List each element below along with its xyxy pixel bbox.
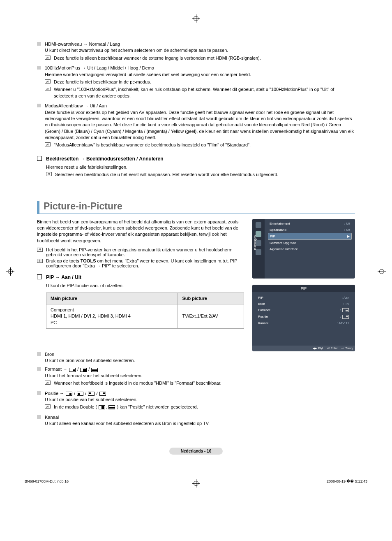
note-icon xyxy=(37,248,43,252)
note-icon xyxy=(45,404,51,409)
pos-br-icon xyxy=(66,392,72,396)
table-cell: TV/Ext.1/Ext.2/AV xyxy=(178,304,244,328)
item-motion: 100HzMotionPlus → Uit / Laag / Middel / … xyxy=(37,65,355,100)
input-icon xyxy=(256,240,261,246)
item-desc: U kunt het formaat voor het subbeeld sel… xyxy=(45,373,355,379)
bullet-icon xyxy=(37,104,41,107)
menu-row: Bron: TV xyxy=(256,301,351,307)
tool-text: Druk op de toets TOOLS om het menu "Extr… xyxy=(46,258,244,268)
note-text: In de modus Double ( , ) kan "Positie" n… xyxy=(54,404,198,410)
table-header: Sub picture xyxy=(178,293,244,304)
section-reset: Beeldresetten → Beeldmodusresetten / Ann… xyxy=(37,156,355,162)
checkbox-icon xyxy=(37,156,42,161)
item-desc: Hiermee worden vertragingen verwijderd u… xyxy=(45,72,355,78)
note-icon xyxy=(46,172,52,176)
menu-row: Entertainment: Uit xyxy=(268,221,352,227)
item-desc: U kunt alleen een kanaal voor het subbee… xyxy=(45,420,355,427)
format-double-h-icon xyxy=(99,405,105,409)
support-icon xyxy=(256,249,261,255)
note-text: Wanneer het hoofdbeeld is ingesteld in d… xyxy=(54,380,221,386)
checkbox-icon xyxy=(37,274,42,279)
note-icon xyxy=(45,381,51,385)
note-text: Het beeld in het PIP-venster kan er enig… xyxy=(46,247,244,257)
section-pip-onoff: PIP → Aan / Uit xyxy=(37,274,244,280)
section-title: PIP → Aan / Uit xyxy=(46,274,81,280)
item-desc: U kunt de positie van het subbeeld selec… xyxy=(45,397,355,403)
menu-row: Positie : xyxy=(256,313,351,320)
item-title: Bron xyxy=(45,351,355,358)
pip-intro: Binnen het beeld van een tv-programma of… xyxy=(37,219,244,244)
enter-icon: ⏎ xyxy=(327,347,330,350)
bullet-icon xyxy=(37,367,41,371)
item-bron: Bron U kunt de bron voor het subbeeld se… xyxy=(37,351,355,364)
note-icon xyxy=(45,87,51,91)
bullet-icon xyxy=(37,66,41,70)
item-positie: Positie → / / / U kunt de positie van he… xyxy=(37,390,355,412)
menu-header: PIP xyxy=(252,285,355,292)
note-icon xyxy=(45,56,51,60)
note-text: Wanneer u "100HzMotionPlus", inschakelt,… xyxy=(54,86,355,99)
menu-row: PIP: Aan xyxy=(256,295,351,301)
tv-sidebar: Instellingen xyxy=(252,219,265,279)
table-header: Main picture xyxy=(46,293,178,304)
format-double-v-icon xyxy=(108,405,115,409)
bullet-icon xyxy=(37,42,41,46)
item-title: 100HzMotionPlus → Uit / Laag / Middel / … xyxy=(45,65,355,71)
item-title: ModusAlleenblauw → Uit / Aan xyxy=(45,103,355,109)
bullet-icon xyxy=(37,415,41,419)
note-text: "ModusAlleenblauw" is beschikbaar wannee… xyxy=(54,142,251,148)
section-title: Beeldresetten → Beeldmodusresetten / Ann… xyxy=(46,156,164,162)
pos-tl-icon xyxy=(88,392,95,396)
item-desc: U kunt direct het zwartniveau op het sch… xyxy=(45,47,355,53)
item-title: Formaat → / / xyxy=(45,366,355,372)
reset-desc: Hiermee reset u alle fabrieksinstellinge… xyxy=(46,164,355,170)
item-desc: Deze functie is voor experts op het gebi… xyxy=(45,109,355,141)
tools-icon xyxy=(37,259,43,263)
footer-left: BN68-01700M-Dut.indb 16 xyxy=(25,479,69,483)
play-icon xyxy=(256,222,261,228)
pip-table: Main picture Sub picture Component HDMI … xyxy=(46,293,244,329)
footer-right: 2008-08-19 �� 5:11:43 xyxy=(327,479,367,483)
move-icon: ◀▶ xyxy=(313,347,317,350)
onoff-desc: U kunt de PIP-functie aan- of uitzetten. xyxy=(46,283,244,289)
item-kanaal: Kanaal U kunt alleen een kanaal voor het… xyxy=(37,414,355,427)
format-small-icon xyxy=(69,368,76,372)
heading-pip: Picture-in-Picture xyxy=(37,201,355,214)
bullet-icon xyxy=(37,391,41,395)
note-icon xyxy=(45,79,51,84)
gear-icon xyxy=(256,231,261,237)
item-title: HDMI-zwartniveau → Normaal / Laag xyxy=(45,41,355,47)
menu-footer: ◀▶Flyt ⏎Enter ↩Terug xyxy=(252,346,355,351)
tv-menu-pip: PIP PIP: Aan Bron: TV Formaat : Positie … xyxy=(252,285,355,351)
item-title: Positie → / / / xyxy=(45,390,355,397)
page-number: Nederlands - 16 xyxy=(169,448,223,455)
menu-row-selected: PIP▶ xyxy=(268,233,352,240)
table-cell: Component HDMI 1, HDMI / DVI 2, HDMI 3, … xyxy=(46,304,178,328)
item-blue: ModusAlleenblauw → Uit / Aan Deze functi… xyxy=(37,103,355,150)
note-text: Deze functie is niet beschikbaar in de p… xyxy=(54,79,151,85)
item-desc: U kunt de bron voor het subbeeld selecte… xyxy=(45,358,355,364)
item-title: Kanaal xyxy=(45,414,355,420)
note-text: Deze functie is alleen beschikbaar wanne… xyxy=(54,55,261,61)
menu-row: Spaarstand: Uit xyxy=(268,227,352,233)
menu-row: Formaat : xyxy=(256,307,351,313)
note-text: Selecteer een beeldmodus die u het eerst… xyxy=(55,172,279,178)
pos-bl-icon xyxy=(77,392,83,396)
item-formaat: Formaat → / / U kunt het formaat voor he… xyxy=(37,366,355,388)
format-double-h-icon xyxy=(80,368,87,372)
menu-row: Software Upgrade xyxy=(268,240,352,246)
menu-row: Algemene interface xyxy=(268,246,352,252)
tv-menu-instellingen: Instellingen Entertainment: Uit Spaarsta… xyxy=(252,219,355,279)
bullet-icon xyxy=(37,352,41,356)
item-hdmi: HDMI-zwartniveau → Normaal / Laag U kunt… xyxy=(37,41,355,63)
format-double-v-icon xyxy=(91,368,98,372)
menu-row: Kanaal: ATV 11 xyxy=(256,320,351,326)
pos-tr-icon xyxy=(99,392,106,396)
note-icon xyxy=(45,142,51,146)
return-icon: ↩ xyxy=(341,347,344,350)
